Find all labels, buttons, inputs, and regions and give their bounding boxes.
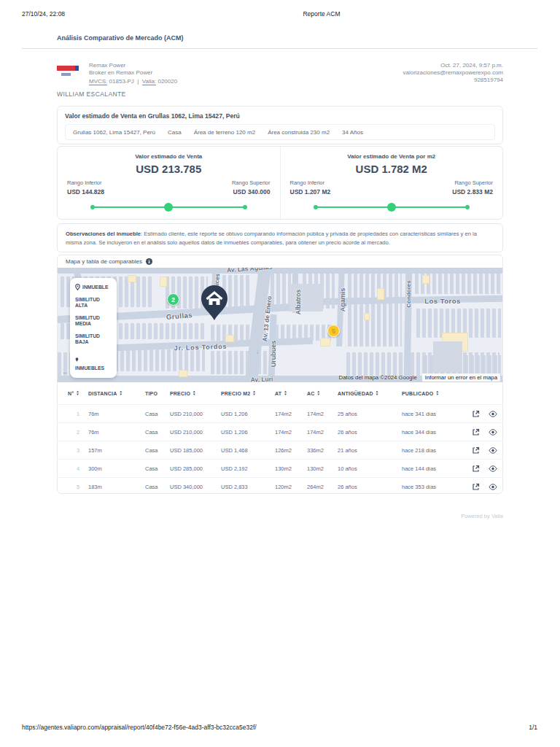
print-datetime: 27/10/24, 22:08 xyxy=(22,10,65,18)
cell-at: 174m2 xyxy=(275,411,307,417)
comparables-map[interactable]: Av. Las Águilas Av. 13 de Enero Albatros… xyxy=(58,268,502,382)
cell-tipo: Casa xyxy=(145,429,170,436)
print-footer-url: https://agentes.valiapro.com/appraisal/r… xyxy=(22,724,257,731)
view-details-button[interactable] xyxy=(485,411,501,417)
open-listing-button[interactable] xyxy=(466,483,485,491)
cell-antiguedad: 26 años xyxy=(338,429,402,436)
open-listing-button[interactable] xyxy=(466,428,485,436)
id-separator: | xyxy=(137,78,139,85)
map-building xyxy=(433,341,462,372)
valia-value: 020020 xyxy=(158,78,177,85)
remax-power-logo xyxy=(57,66,80,85)
report-map-error-link[interactable]: Informar un error en el mapa xyxy=(422,374,500,382)
column-header-precio-m2[interactable]: PRECIO M2▲▼ xyxy=(221,390,275,397)
eye-icon xyxy=(489,429,497,436)
estimate-sale-value: Valor estimado de Venta USD 213.785 Rang… xyxy=(58,147,280,219)
cell-distancia: 183m xyxy=(88,484,145,490)
column-header-n[interactable]: N°▲▼ xyxy=(68,390,88,397)
view-details-button[interactable] xyxy=(485,484,501,490)
mvcs-link[interactable]: MVCS: xyxy=(89,78,107,85)
property-built-area: Área construida 230 m2 xyxy=(268,129,330,136)
sort-icon: ▲▼ xyxy=(317,390,321,397)
view-details-button[interactable] xyxy=(485,465,501,472)
table-row: 2 76m Casa USD 210,000 USD 1,206 174m2 1… xyxy=(58,422,502,441)
cell-publicado: hace 353 días xyxy=(402,484,466,490)
table-row: 1 76m Casa USD 210,000 USD 1,206 174m2 1… xyxy=(58,404,502,422)
column-header-precio[interactable]: PRECIO▲▼ xyxy=(170,390,221,397)
map-building xyxy=(225,335,234,342)
map-building xyxy=(160,276,167,287)
external-link-icon xyxy=(472,465,480,473)
cell-publicado: hace 144 días xyxy=(402,465,466,472)
estimate-title: Valor estimado de Venta por m2 xyxy=(281,153,503,160)
table-row: 4 300m Casa USD 285,000 USD 2,192 130m2 … xyxy=(58,459,502,477)
cell-at: 130m2 xyxy=(275,465,307,472)
cell-antiguedad: 10 años xyxy=(338,465,402,472)
cell-precio-m2: USD 2,833 xyxy=(221,484,275,490)
column-header-antiguedad[interactable]: ANTIGÜEDAD▲▼ xyxy=(338,390,402,397)
mvcs-value: 01853-PJ xyxy=(109,78,134,85)
column-header-publicado[interactable]: PUBLICADO▲▼ xyxy=(402,390,466,397)
cell-distancia: 157m xyxy=(88,447,145,454)
mini-pin-icon xyxy=(75,357,79,362)
sort-icon: ▲▼ xyxy=(192,390,196,397)
map-building-block xyxy=(348,274,402,347)
print-title: Reporte ACM xyxy=(303,10,340,18)
comparable-marker-2[interactable]: 2 xyxy=(167,293,179,306)
header-divider xyxy=(22,48,537,49)
estimates-card: Valor estimado de Venta USD 213.785 Rang… xyxy=(57,146,503,220)
estimate-sale-value-m2: Valor estimado de Venta por m2 USD 1.782… xyxy=(280,147,503,219)
page-title: Análisis Comparativo de Mercado (ACM) xyxy=(57,34,184,42)
map-building xyxy=(179,370,187,377)
table-row: 3 157m Casa USD 185,000 USD 1,468 126m2 … xyxy=(58,441,502,459)
range-lower: Rango Inferior USD 144.828 xyxy=(67,179,104,196)
view-details-button[interactable] xyxy=(485,429,501,436)
sort-icon: ▲▼ xyxy=(119,390,122,397)
info-icon[interactable]: i xyxy=(146,258,152,265)
cell-antiguedad: 26 años xyxy=(338,484,402,490)
column-header-distancia[interactable]: DISTANCIA▲▼ xyxy=(88,390,145,397)
cell-ac: 264m2 xyxy=(307,484,338,490)
table-row: 5 183m Casa USD 340,000 USD 2,833 120m2 … xyxy=(58,477,502,494)
map-building xyxy=(364,313,370,320)
external-link-icon xyxy=(472,428,480,436)
broker-header: Remax Power Broker en Remax Power MVCS: … xyxy=(57,62,503,85)
cell-precio: USD 210,000 xyxy=(170,429,221,436)
cell-precio: USD 185,000 xyxy=(170,447,221,454)
broker-email: valorizaciones@remaxpowerexpo.com xyxy=(402,69,503,77)
open-listing-button[interactable] xyxy=(466,446,485,454)
open-listing-button[interactable] xyxy=(466,465,485,473)
cell-publicado: hace 341 días xyxy=(402,411,466,417)
cell-at: 120m2 xyxy=(275,484,307,490)
broker-name: Remax Power xyxy=(89,62,177,69)
cell-distancia: 76m xyxy=(88,411,145,417)
column-header-at[interactable]: AT▲▼ xyxy=(275,390,307,397)
range-slider xyxy=(314,202,470,212)
cell-ac: 174m2 xyxy=(307,411,338,417)
cell-at: 174m2 xyxy=(275,429,307,436)
cell-at: 126m2 xyxy=(275,447,307,454)
one-way-arrow-icon: ← xyxy=(62,368,69,376)
report-date: Oct. 27, 2024, 9:57 p.m. xyxy=(402,62,503,69)
street-label: Grullas xyxy=(166,311,192,321)
map-building-block xyxy=(211,325,266,341)
range-lower: Rango Inferior USD 1.207 M2 xyxy=(290,179,331,196)
legend-similarity-medium: SIMILITUD MEDIA xyxy=(75,315,112,327)
comparable-marker-5[interactable]: 5 xyxy=(327,325,340,337)
cell-publicado: hace 344 días xyxy=(402,429,466,436)
eye-icon xyxy=(489,411,497,417)
cell-precio: USD 285,000 xyxy=(170,465,221,472)
valia-link[interactable]: Valia: xyxy=(142,78,156,85)
sort-icon: ▲▼ xyxy=(435,390,439,397)
row-number: 4 xyxy=(68,465,88,472)
cell-precio-m2: USD 1,206 xyxy=(221,429,275,436)
open-listing-button[interactable] xyxy=(466,410,485,418)
estimate-value: USD 213.785 xyxy=(58,163,280,175)
view-details-button[interactable] xyxy=(485,447,501,454)
column-header-ac[interactable]: AC▲▼ xyxy=(307,390,338,397)
estimate-value: USD 1.782 M2 xyxy=(281,163,503,175)
subject-property-pin[interactable] xyxy=(199,284,230,322)
cell-antiguedad: 25 años xyxy=(338,411,402,417)
print-footer-page: 1/1 xyxy=(529,724,537,731)
street-label: Cóndores xyxy=(405,280,412,307)
